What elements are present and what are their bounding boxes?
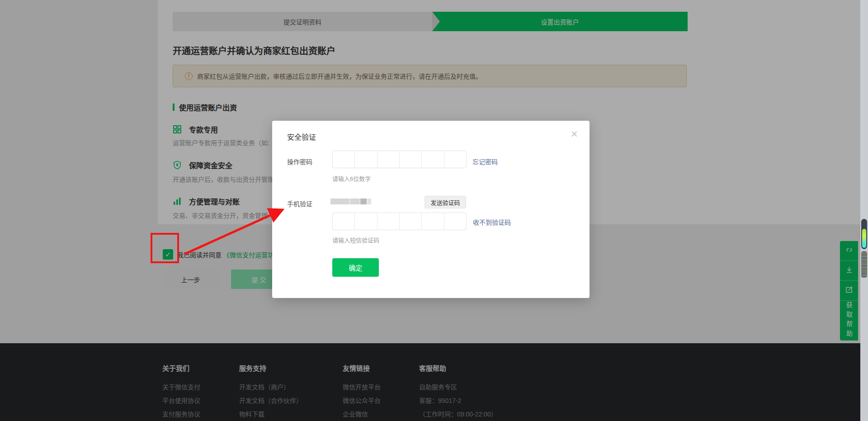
sms-digit-cell[interactable]: [400, 213, 422, 230]
sms-digit-cell[interactable]: [355, 213, 377, 230]
forgot-password-link[interactable]: 忘记密码: [472, 157, 498, 166]
security-verification-modal: 安全验证 × 操作密码 忘记密码 请输入6位数字 手机验证 发送验证码: [272, 121, 590, 298]
sms-digit-cell[interactable]: [333, 213, 355, 230]
password-digit-cell[interactable]: [444, 151, 466, 168]
redacted-block: [350, 199, 360, 204]
password-digit-cell[interactable]: [377, 151, 400, 168]
sms-hint: 请输入短信验证码: [332, 236, 379, 244]
password-digit-cell[interactable]: [333, 151, 355, 168]
close-icon[interactable]: ×: [571, 128, 578, 140]
password-digit-cell[interactable]: [422, 151, 444, 168]
masked-phone-number: [330, 199, 372, 204]
scrollbar-marker-top[interactable]: [861, 219, 867, 249]
password-label: 操作密码: [287, 157, 312, 166]
password-hint: 请输入6位数字: [332, 174, 371, 183]
sms-digit-cell[interactable]: [422, 213, 444, 230]
sms-digit-cell[interactable]: [444, 213, 466, 230]
sms-label: 手机验证: [287, 199, 312, 208]
password-input[interactable]: [332, 151, 467, 168]
scrollbar[interactable]: [860, 0, 868, 421]
send-code-button[interactable]: 发送验证码: [425, 196, 466, 208]
no-code-link[interactable]: 收不到验证码: [473, 218, 511, 227]
redacted-block: [367, 199, 371, 204]
confirm-button[interactable]: 确定: [332, 258, 379, 277]
sms-digit-cell[interactable]: [377, 213, 400, 230]
redacted-block: [360, 199, 367, 204]
scrollbar-thumb[interactable]: [861, 251, 867, 278]
redacted-block: [330, 199, 349, 204]
modal-title: 安全验证: [287, 131, 316, 142]
page: 提交证明资料 设置出资账户 开通运营账户并确认为商家红包出资账户 ! 商家红包从…: [0, 0, 868, 421]
password-digit-cell[interactable]: [355, 151, 377, 168]
sms-code-input[interactable]: [332, 213, 467, 230]
scrollbar-gradient: [862, 229, 866, 248]
password-digit-cell[interactable]: [400, 151, 422, 168]
